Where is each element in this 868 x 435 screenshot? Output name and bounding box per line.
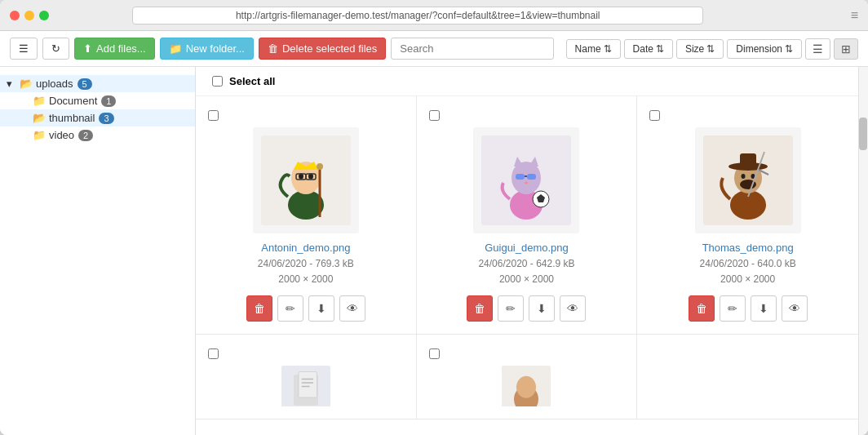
sort-dimension-button[interactable]: Dimension ⇅	[727, 39, 802, 59]
action-buttons: 🗑 ✏ ⬇ 👁	[689, 295, 808, 322]
table-row: Thomas_demo.png 24/06/2020 - 640.0 kB 20…	[637, 96, 858, 335]
file-name[interactable]: Antonin_demo.png	[261, 242, 350, 254]
delete-file-button[interactable]: 🗑	[246, 295, 272, 322]
refresh-button[interactable]: ↻	[42, 38, 69, 60]
main-content: ▾ 📂 uploads 5 📁 Document 1 📂 thumbnail 3	[0, 67, 868, 435]
preview-file-button[interactable]: 👁	[782, 295, 808, 322]
search-input[interactable]	[391, 38, 554, 60]
file-image	[261, 135, 351, 225]
toolbar: ☰ ↻ ⬆ Add files... 📁 New folder... 🗑 Del…	[0, 31, 868, 67]
preview-file-button[interactable]: 👁	[339, 295, 365, 322]
file-date-size: 24/06/2020 - 642.9 kB	[478, 256, 574, 272]
toggle-button[interactable]: ☰	[10, 38, 38, 60]
file-checkbox[interactable]	[208, 348, 219, 359]
tree-arrow: ▾	[7, 78, 20, 90]
cell-top	[208, 347, 404, 359]
file-checkbox[interactable]	[208, 110, 219, 121]
sort-size-button[interactable]: Size ⇅	[676, 39, 724, 59]
file-dimensions: 2000 × 2000	[700, 272, 796, 287]
table-row: Antonin_demo.png 24/06/2020 - 769.3 kB 2…	[196, 96, 417, 335]
hamburger-icon: ☰	[19, 42, 29, 55]
file-checkbox[interactable]	[649, 110, 660, 121]
table-row	[196, 335, 417, 419]
grid-icon: ⊞	[841, 42, 851, 55]
download-file-button[interactable]: ⬇	[308, 295, 334, 322]
trash-icon: 🗑	[254, 302, 265, 315]
close-button[interactable]	[10, 11, 20, 20]
file-thumbnail	[695, 127, 801, 233]
preview-file-button[interactable]: 👁	[560, 295, 586, 322]
sort-bar: Name ⇅ Date ⇅ Size ⇅ Dimension ⇅ ☰ ⊞	[566, 38, 858, 60]
sidebar-item-label: video	[49, 129, 74, 141]
edit-icon: ✏	[506, 302, 516, 315]
sidebar: ▾ 📂 uploads 5 📁 Document 1 📂 thumbnail 3	[0, 67, 196, 435]
folder-icon: 📁	[33, 129, 46, 141]
download-icon: ⬇	[317, 302, 326, 315]
list-icon: ☰	[813, 42, 823, 55]
edit-file-button[interactable]: ✏	[277, 295, 303, 322]
sidebar-item-video[interactable]: 📁 video 2	[0, 127, 195, 144]
sort-arrows-icon: ⇅	[656, 43, 664, 55]
sidebar-item-thumbnail[interactable]: 📂 thumbnail 3	[0, 109, 195, 127]
file-name[interactable]: Guigui_demo.png	[485, 242, 569, 254]
scrollbar-thumb[interactable]	[859, 118, 867, 150]
table-row	[637, 335, 858, 419]
badge-document: 1	[101, 95, 116, 107]
badge-thumbnail: 3	[99, 113, 113, 124]
menu-icon[interactable]: ≡	[851, 8, 858, 23]
download-file-button[interactable]: ⬇	[529, 295, 555, 322]
delete-file-button[interactable]: 🗑	[689, 295, 715, 322]
sort-date-button[interactable]: Date ⇅	[624, 39, 673, 59]
grid-view-button[interactable]: ⊞	[834, 38, 858, 60]
table-row: Guigui_demo.png 24/06/2020 - 642.9 kB 20…	[417, 96, 638, 335]
sidebar-item-uploads[interactable]: ▾ 📂 uploads 5	[0, 75, 195, 92]
file-checkbox[interactable]	[429, 110, 440, 121]
svg-point-1	[288, 190, 324, 220]
file-image-partial	[494, 366, 559, 406]
file-thumbnail	[473, 127, 579, 233]
select-all-checkbox[interactable]	[212, 76, 223, 87]
maximize-button[interactable]	[39, 11, 49, 20]
cell-top	[208, 109, 404, 121]
delete-button[interactable]: 🗑 Delete selected files	[259, 38, 386, 60]
svg-point-27	[741, 174, 745, 179]
sidebar-item-label: thumbnail	[49, 112, 95, 124]
url-bar[interactable]: http://artgris-filemanager-demo.test/man…	[132, 7, 703, 24]
cell-top	[429, 347, 625, 359]
add-files-button[interactable]: ⬆ Add files...	[74, 38, 155, 60]
action-buttons: 🗑 ✏ ⬇ 👁	[246, 295, 365, 322]
select-all-label[interactable]: Select all	[229, 75, 275, 87]
edit-file-button[interactable]: ✏	[720, 295, 746, 322]
file-name[interactable]: Thomas_demo.png	[702, 242, 794, 254]
file-dimensions: 2000 × 2000	[258, 272, 354, 287]
download-file-button[interactable]: ⬇	[751, 295, 777, 322]
file-dimensions: 2000 × 2000	[478, 272, 574, 287]
sort-arrows-icon: ⇅	[604, 43, 612, 55]
thumbnail-grid: Antonin_demo.png 24/06/2020 - 769.3 kB 2…	[196, 96, 858, 419]
folder-icon: 📁	[33, 95, 46, 107]
sort-name-button[interactable]: Name ⇅	[566, 39, 621, 59]
sidebar-item-label: Document	[49, 95, 97, 107]
file-area: Select all	[196, 67, 858, 435]
edit-icon: ✏	[286, 302, 295, 315]
svg-rect-25	[740, 153, 756, 168]
trash-icon: 🗑	[474, 302, 485, 315]
svg-rect-15	[516, 174, 525, 180]
edit-file-button[interactable]: ✏	[498, 295, 524, 322]
file-checkbox[interactable]	[429, 348, 440, 359]
delete-file-button[interactable]: 🗑	[467, 295, 493, 322]
list-view-button[interactable]: ☰	[805, 38, 830, 60]
eye-icon: 👁	[789, 302, 800, 315]
trash-icon: 🗑	[268, 42, 278, 55]
eye-icon: 👁	[347, 302, 358, 315]
new-folder-button[interactable]: 📁 New folder...	[160, 38, 254, 60]
minimize-button[interactable]	[24, 11, 34, 20]
scrollbar[interactable]	[858, 67, 868, 435]
file-image	[481, 135, 571, 225]
eye-icon: 👁	[567, 302, 578, 315]
download-icon: ⬇	[759, 302, 768, 315]
sidebar-item-document[interactable]: 📁 Document 1	[0, 92, 195, 109]
titlebar: http://artgris-filemanager-demo.test/man…	[0, 0, 868, 31]
file-date-size: 24/06/2020 - 769.3 kB	[258, 256, 354, 272]
svg-point-39	[516, 376, 536, 398]
